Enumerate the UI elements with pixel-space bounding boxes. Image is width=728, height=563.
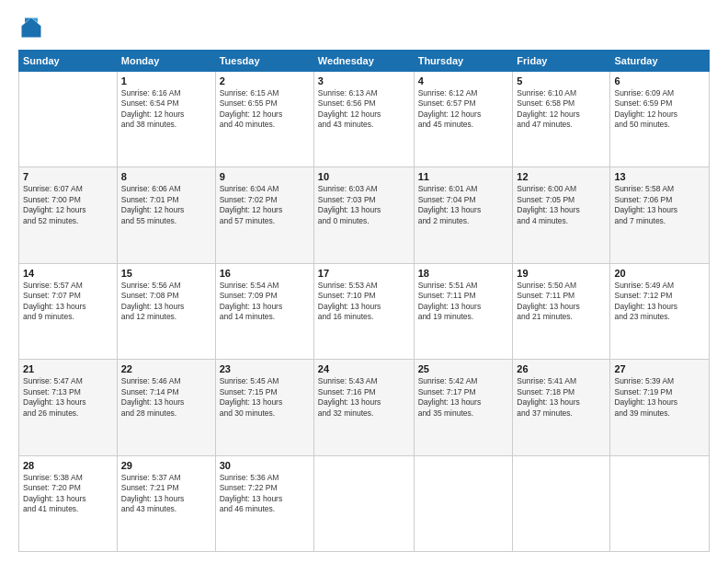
cell-content: 6Sunrise: 6:09 AM Sunset: 6:59 PM Daylig… xyxy=(614,75,705,131)
cell-content: 10Sunrise: 6:03 AM Sunset: 7:03 PM Dayli… xyxy=(318,171,410,226)
day-number: 28 xyxy=(23,460,113,471)
cell-content: 28Sunrise: 5:38 AM Sunset: 7:20 PM Dayli… xyxy=(23,460,113,515)
cell-info: Sunrise: 5:36 AM Sunset: 7:22 PM Dayligh… xyxy=(220,473,310,515)
cell-info: Sunrise: 5:45 AM Sunset: 7:15 PM Dayligh… xyxy=(220,376,310,419)
weekday-tuesday: Tuesday xyxy=(215,51,313,72)
weekday-wednesday: Wednesday xyxy=(313,51,414,72)
cell-info: Sunrise: 5:50 AM Sunset: 7:11 PM Dayligh… xyxy=(517,281,606,323)
cell-content: 16Sunrise: 5:54 AM Sunset: 7:09 PM Dayli… xyxy=(220,268,310,323)
day-number: 20 xyxy=(614,268,705,279)
day-number: 19 xyxy=(517,268,606,279)
cell-info: Sunrise: 6:12 AM Sunset: 6:57 PM Dayligh… xyxy=(418,88,509,131)
calendar-cell: 27Sunrise: 5:39 AM Sunset: 7:19 PM Dayli… xyxy=(610,360,710,455)
cell-info: Sunrise: 5:39 AM Sunset: 7:19 PM Dayligh… xyxy=(614,376,705,419)
cell-info: Sunrise: 6:04 AM Sunset: 7:02 PM Dayligh… xyxy=(220,184,310,226)
cell-content: 12Sunrise: 6:00 AM Sunset: 7:05 PM Dayli… xyxy=(517,171,606,226)
calendar-cell: 25Sunrise: 5:42 AM Sunset: 7:17 PM Dayli… xyxy=(414,360,513,455)
calendar-cell: 30Sunrise: 5:36 AM Sunset: 7:22 PM Dayli… xyxy=(215,455,313,551)
day-number: 27 xyxy=(614,363,705,374)
day-number: 10 xyxy=(318,171,410,182)
day-number: 23 xyxy=(220,363,310,374)
cell-content: 30Sunrise: 5:36 AM Sunset: 7:22 PM Dayli… xyxy=(220,460,310,515)
cell-content: 11Sunrise: 6:01 AM Sunset: 7:04 PM Dayli… xyxy=(418,171,509,226)
day-number: 13 xyxy=(614,171,705,182)
cell-content: 4Sunrise: 6:12 AM Sunset: 6:57 PM Daylig… xyxy=(418,75,509,131)
cell-info: Sunrise: 5:54 AM Sunset: 7:09 PM Dayligh… xyxy=(220,281,310,323)
cell-content: 14Sunrise: 5:57 AM Sunset: 7:07 PM Dayli… xyxy=(23,268,113,323)
cell-info: Sunrise: 5:51 AM Sunset: 7:11 PM Dayligh… xyxy=(418,281,509,323)
cell-content: 5Sunrise: 6:10 AM Sunset: 6:58 PM Daylig… xyxy=(517,75,606,131)
logo-icon xyxy=(18,15,44,40)
cell-content: 21Sunrise: 5:47 AM Sunset: 7:13 PM Dayli… xyxy=(23,363,113,419)
day-number: 24 xyxy=(318,363,410,374)
cell-content: 17Sunrise: 5:53 AM Sunset: 7:10 PM Dayli… xyxy=(318,268,410,323)
calendar-cell xyxy=(513,455,610,551)
cell-content: 29Sunrise: 5:37 AM Sunset: 7:21 PM Dayli… xyxy=(121,460,211,515)
weekday-friday: Friday xyxy=(513,51,610,72)
day-number: 3 xyxy=(318,75,410,86)
cell-info: Sunrise: 5:41 AM Sunset: 7:18 PM Dayligh… xyxy=(517,376,606,419)
week-row-1: 1Sunrise: 6:16 AM Sunset: 6:54 PM Daylig… xyxy=(19,72,710,167)
weekday-monday: Monday xyxy=(117,51,215,72)
weekday-thursday: Thursday xyxy=(414,51,513,72)
cell-info: Sunrise: 6:10 AM Sunset: 6:58 PM Dayligh… xyxy=(517,88,606,131)
calendar-cell: 1Sunrise: 6:16 AM Sunset: 6:54 PM Daylig… xyxy=(117,72,215,167)
day-number: 1 xyxy=(121,75,211,86)
calendar-cell: 24Sunrise: 5:43 AM Sunset: 7:16 PM Dayli… xyxy=(313,360,414,455)
calendar-cell: 13Sunrise: 5:58 AM Sunset: 7:06 PM Dayli… xyxy=(610,167,710,263)
cell-content: 2Sunrise: 6:15 AM Sunset: 6:55 PM Daylig… xyxy=(220,75,310,131)
calendar-cell: 29Sunrise: 5:37 AM Sunset: 7:21 PM Dayli… xyxy=(117,455,215,551)
calendar-table: SundayMondayTuesdayWednesdayThursdayFrid… xyxy=(18,50,710,552)
calendar-cell: 18Sunrise: 5:51 AM Sunset: 7:11 PM Dayli… xyxy=(414,263,513,359)
weekday-header-row: SundayMondayTuesdayWednesdayThursdayFrid… xyxy=(19,51,710,72)
cell-info: Sunrise: 6:06 AM Sunset: 7:01 PM Dayligh… xyxy=(121,184,211,226)
calendar-cell: 28Sunrise: 5:38 AM Sunset: 7:20 PM Dayli… xyxy=(19,455,118,551)
weekday-saturday: Saturday xyxy=(610,51,710,72)
calendar-cell: 4Sunrise: 6:12 AM Sunset: 6:57 PM Daylig… xyxy=(414,72,513,167)
calendar-cell: 12Sunrise: 6:00 AM Sunset: 7:05 PM Dayli… xyxy=(513,167,610,263)
cell-info: Sunrise: 5:53 AM Sunset: 7:10 PM Dayligh… xyxy=(318,281,410,323)
cell-content: 22Sunrise: 5:46 AM Sunset: 7:14 PM Dayli… xyxy=(121,363,211,419)
week-row-5: 28Sunrise: 5:38 AM Sunset: 7:20 PM Dayli… xyxy=(19,455,710,551)
calendar-cell: 6Sunrise: 6:09 AM Sunset: 6:59 PM Daylig… xyxy=(610,72,710,167)
calendar-cell: 19Sunrise: 5:50 AM Sunset: 7:11 PM Dayli… xyxy=(513,263,610,359)
cell-info: Sunrise: 5:56 AM Sunset: 7:08 PM Dayligh… xyxy=(121,281,211,323)
day-number: 11 xyxy=(418,171,509,182)
cell-info: Sunrise: 6:13 AM Sunset: 6:56 PM Dayligh… xyxy=(318,88,410,131)
day-number: 29 xyxy=(121,460,211,471)
calendar-cell: 22Sunrise: 5:46 AM Sunset: 7:14 PM Dayli… xyxy=(117,360,215,455)
page: SundayMondayTuesdayWednesdayThursdayFrid… xyxy=(0,0,728,563)
calendar-cell: 9Sunrise: 6:04 AM Sunset: 7:02 PM Daylig… xyxy=(215,167,313,263)
cell-content: 24Sunrise: 5:43 AM Sunset: 7:16 PM Dayli… xyxy=(318,363,410,419)
cell-content: 15Sunrise: 5:56 AM Sunset: 7:08 PM Dayli… xyxy=(121,268,211,323)
calendar-cell xyxy=(414,455,513,551)
day-number: 21 xyxy=(23,363,113,374)
day-number: 26 xyxy=(517,363,606,374)
calendar-cell: 15Sunrise: 5:56 AM Sunset: 7:08 PM Dayli… xyxy=(117,263,215,359)
cell-info: Sunrise: 5:37 AM Sunset: 7:21 PM Dayligh… xyxy=(121,473,211,515)
day-number: 14 xyxy=(23,268,113,279)
day-number: 4 xyxy=(418,75,509,86)
calendar-cell: 10Sunrise: 6:03 AM Sunset: 7:03 PM Dayli… xyxy=(313,167,414,263)
day-number: 2 xyxy=(220,75,310,86)
calendar-cell: 5Sunrise: 6:10 AM Sunset: 6:58 PM Daylig… xyxy=(513,72,610,167)
cell-content: 13Sunrise: 5:58 AM Sunset: 7:06 PM Dayli… xyxy=(614,171,705,226)
calendar-cell: 3Sunrise: 6:13 AM Sunset: 6:56 PM Daylig… xyxy=(313,72,414,167)
day-number: 30 xyxy=(220,460,310,471)
day-number: 16 xyxy=(220,268,310,279)
cell-info: Sunrise: 6:03 AM Sunset: 7:03 PM Dayligh… xyxy=(318,184,410,226)
cell-content: 3Sunrise: 6:13 AM Sunset: 6:56 PM Daylig… xyxy=(318,75,410,131)
cell-content: 7Sunrise: 6:07 AM Sunset: 7:00 PM Daylig… xyxy=(23,171,113,226)
cell-info: Sunrise: 5:42 AM Sunset: 7:17 PM Dayligh… xyxy=(418,376,509,419)
cell-info: Sunrise: 6:09 AM Sunset: 6:59 PM Dayligh… xyxy=(614,88,705,131)
header xyxy=(18,15,710,40)
week-row-4: 21Sunrise: 5:47 AM Sunset: 7:13 PM Dayli… xyxy=(19,360,710,455)
cell-info: Sunrise: 5:43 AM Sunset: 7:16 PM Dayligh… xyxy=(318,376,410,419)
cell-info: Sunrise: 6:16 AM Sunset: 6:54 PM Dayligh… xyxy=(121,88,211,131)
cell-info: Sunrise: 5:58 AM Sunset: 7:06 PM Dayligh… xyxy=(614,184,705,226)
cell-content: 27Sunrise: 5:39 AM Sunset: 7:19 PM Dayli… xyxy=(614,363,705,419)
calendar-cell xyxy=(313,455,414,551)
day-number: 5 xyxy=(517,75,606,86)
day-number: 17 xyxy=(318,268,410,279)
calendar-cell: 21Sunrise: 5:47 AM Sunset: 7:13 PM Dayli… xyxy=(19,360,118,455)
